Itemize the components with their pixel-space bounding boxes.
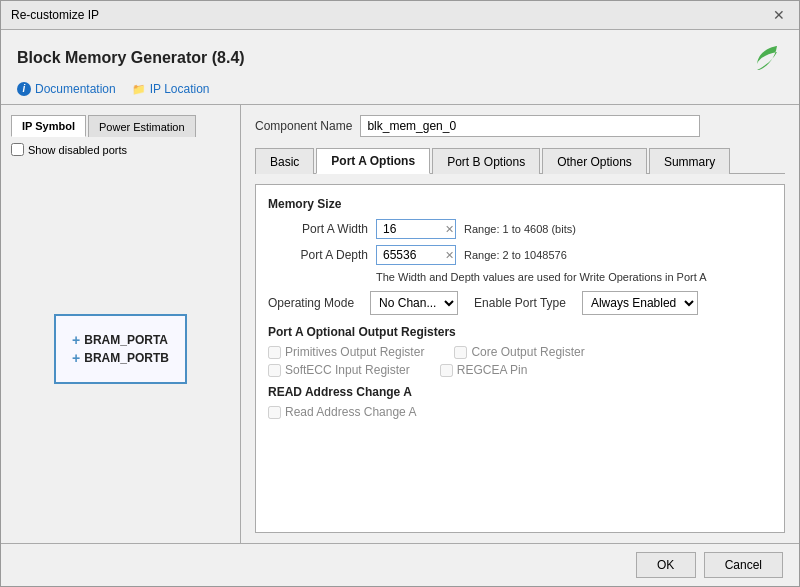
primitives-output-item: Primitives Output Register xyxy=(268,345,424,359)
left-tabs-row: IP Symbol Power Estimation xyxy=(11,115,230,137)
operating-mode-select[interactable]: No Chan... xyxy=(370,291,458,315)
primitives-output-checkbox[interactable] xyxy=(268,346,281,359)
dialog-title: Block Memory Generator (8.4) xyxy=(17,49,245,67)
port-a-depth-input[interactable] xyxy=(376,245,456,265)
port-a-width-clear-button[interactable]: ✕ xyxy=(445,223,454,236)
bram-plus-b: + xyxy=(72,350,80,366)
memory-size-title: Memory Size xyxy=(268,197,772,211)
tab-power-estimation[interactable]: Power Estimation xyxy=(88,115,196,137)
read-address-item: Read Address Change A xyxy=(268,405,416,419)
component-name-row: Component Name xyxy=(255,115,785,137)
tab-port-a-options[interactable]: Port A Options xyxy=(316,148,430,174)
bram-symbol: + BRAM_PORTA + BRAM_PORTB xyxy=(54,314,187,384)
bram-porta-row: + BRAM_PORTA xyxy=(72,332,169,348)
component-name-label: Component Name xyxy=(255,119,352,133)
show-disabled-label: Show disabled ports xyxy=(28,144,127,156)
title-bar-label: Re-customize IP xyxy=(11,8,99,22)
output-registers-row1: Primitives Output Register Core Output R… xyxy=(268,345,772,359)
primitives-output-label: Primitives Output Register xyxy=(285,345,424,359)
port-a-depth-hint: Range: 2 to 1048576 xyxy=(464,249,567,261)
width-depth-note: The Width and Depth values are used for … xyxy=(376,271,772,283)
regcea-pin-item: REGCEA Pin xyxy=(440,363,528,377)
tab-other-options[interactable]: Other Options xyxy=(542,148,647,174)
tab-port-b-options[interactable]: Port B Options xyxy=(432,148,540,174)
bram-plus-a: + xyxy=(72,332,80,348)
documentation-link[interactable]: i Documentation xyxy=(17,82,116,96)
port-a-width-label: Port A Width xyxy=(268,222,368,236)
read-address-label: Read Address Change A xyxy=(285,405,416,419)
tab-basic[interactable]: Basic xyxy=(255,148,314,174)
enable-port-type-select[interactable]: Always Enabled xyxy=(582,291,698,315)
operating-mode-label: Operating Mode xyxy=(268,296,354,310)
optional-registers-title: Port A Optional Output Registers xyxy=(268,325,772,339)
core-output-item: Core Output Register xyxy=(454,345,584,359)
output-registers-row2: SoftECC Input Register REGCEA Pin xyxy=(268,363,772,377)
left-panel: IP Symbol Power Estimation Show disabled… xyxy=(1,105,241,543)
toolbar-row: i Documentation 📁 IP Location xyxy=(1,82,799,104)
bottom-bar: OK Cancel xyxy=(1,543,799,586)
regcea-pin-checkbox[interactable] xyxy=(440,364,453,377)
cancel-button[interactable]: Cancel xyxy=(704,552,783,578)
bram-portb-row: + BRAM_PORTB xyxy=(72,350,169,366)
show-disabled-row: Show disabled ports xyxy=(11,143,230,156)
close-button[interactable]: ✕ xyxy=(769,7,789,23)
port-a-depth-label: Port A Depth xyxy=(268,248,368,262)
read-address-checkbox[interactable] xyxy=(268,406,281,419)
right-panel: Component Name Basic Port A Options Port… xyxy=(241,105,799,543)
core-output-label: Core Output Register xyxy=(471,345,584,359)
port-a-depth-input-wrap: ✕ xyxy=(376,245,456,265)
folder-icon: 📁 xyxy=(132,83,146,96)
title-bar: Re-customize IP ✕ xyxy=(1,1,799,30)
nav-tabs: Basic Port A Options Port B Options Othe… xyxy=(255,147,785,174)
softecc-input-checkbox[interactable] xyxy=(268,364,281,377)
enable-port-type-label: Enable Port Type xyxy=(474,296,566,310)
bram-porta-label: BRAM_PORTA xyxy=(84,333,168,347)
port-a-width-input[interactable] xyxy=(376,219,456,239)
operating-mode-row: Operating Mode No Chan... Enable Port Ty… xyxy=(268,291,772,315)
port-a-width-input-wrap: ✕ xyxy=(376,219,456,239)
tab-ip-symbol[interactable]: IP Symbol xyxy=(11,115,86,137)
port-a-depth-clear-button[interactable]: ✕ xyxy=(445,249,454,262)
bram-portb-label: BRAM_PORTB xyxy=(84,351,169,365)
read-address-title: READ Address Change A xyxy=(268,385,772,399)
content-box: Memory Size Port A Width ✕ Range: 1 to 4… xyxy=(255,184,785,533)
port-a-width-hint: Range: 1 to 4608 (bits) xyxy=(464,223,576,235)
show-disabled-checkbox[interactable] xyxy=(11,143,24,156)
port-a-width-row: Port A Width ✕ Range: 1 to 4608 (bits) xyxy=(268,219,772,239)
main-content: IP Symbol Power Estimation Show disabled… xyxy=(1,105,799,543)
info-icon: i xyxy=(17,82,31,96)
read-address-row: Read Address Change A xyxy=(268,405,772,419)
regcea-pin-label: REGCEA Pin xyxy=(457,363,528,377)
core-output-checkbox[interactable] xyxy=(454,346,467,359)
port-a-depth-row: Port A Depth ✕ Range: 2 to 1048576 xyxy=(268,245,772,265)
ip-location-link[interactable]: 📁 IP Location xyxy=(132,82,210,96)
symbol-area: + BRAM_PORTA + BRAM_PORTB xyxy=(11,164,230,533)
softecc-input-item: SoftECC Input Register xyxy=(268,363,410,377)
ok-button[interactable]: OK xyxy=(636,552,696,578)
component-name-input[interactable] xyxy=(360,115,700,137)
header-section: Block Memory Generator (8.4) xyxy=(1,30,799,82)
dialog-window: Re-customize IP ✕ Block Memory Generator… xyxy=(0,0,800,587)
tab-summary[interactable]: Summary xyxy=(649,148,730,174)
softecc-input-label: SoftECC Input Register xyxy=(285,363,410,377)
leaf-icon xyxy=(751,42,783,74)
